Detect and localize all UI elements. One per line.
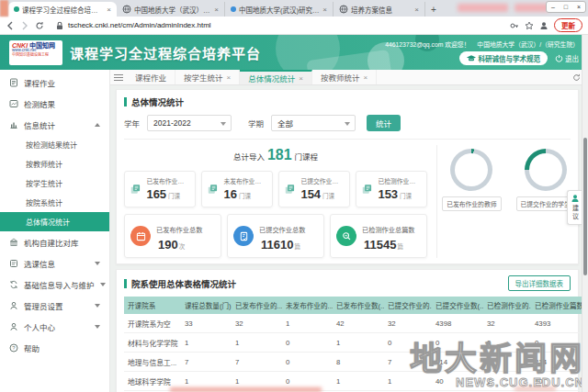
sidebar-item-check-results[interactable]: 检测结果 (0, 93, 109, 114)
stat-card-label: 已发布作业总数 (156, 226, 202, 234)
tab-close-icon[interactable]: × (227, 73, 232, 82)
window-controls: – □ × (546, 1, 586, 13)
sidebar-item-statistics[interactable]: 信息统计 (0, 114, 109, 135)
sidebar-subitem-overall-stats[interactable]: 总体情况统计 (0, 212, 109, 231)
profile-avatar-icon[interactable] (539, 21, 548, 30)
tab-close-icon[interactable]: × (107, 6, 111, 14)
cell: 7 (384, 353, 432, 372)
logout-button[interactable]: 退出 (555, 53, 579, 63)
sidebar-item-base-info-import[interactable]: 基础信息导入与维护 (0, 274, 109, 295)
stat-card-unit: 门课 (400, 193, 412, 199)
minimize-button[interactable]: – (551, 4, 555, 10)
page-scrollbar[interactable] (582, 35, 588, 392)
column-header: 课程总数量(门) (181, 297, 232, 314)
sidebar-subitem-by-student[interactable]: 按学生统计 (0, 174, 109, 193)
reload-icon[interactable] (35, 21, 44, 30)
stat-card-label: 已提交作业总数 (259, 226, 305, 234)
sidebar-item-admin-settings[interactable]: 管理员设置 (0, 295, 109, 316)
column-header: 开课院系 (124, 297, 181, 314)
export-detail-button[interactable]: 导出详细数据表 (508, 275, 571, 291)
tab-favicon (231, 6, 236, 12)
browser-tab-title: 课程学习全过程综合培养平台 (22, 5, 104, 15)
cell: 214 (531, 353, 588, 372)
help-icon: ? (9, 343, 18, 353)
cell: 40 (432, 372, 483, 391)
column-header: 未发布作业的... (282, 297, 333, 314)
year-select-value: 2021-2022 (153, 118, 191, 128)
year-select[interactable]: 2021-2022 (147, 115, 232, 131)
year-label: 学年 (124, 118, 140, 129)
sidebar-item-label: 检测结果 (24, 98, 55, 109)
feedback-widget[interactable]: 建议 (567, 190, 582, 225)
sidebar-item-course-homework[interactable]: 课程作业 (0, 72, 109, 93)
power-icon (555, 54, 563, 62)
key-icon[interactable] (510, 21, 519, 30)
tab-close-icon[interactable]: × (363, 73, 368, 82)
integrity-button[interactable]: 科研诚信与学术规范 (459, 51, 548, 65)
stat-card-unit: 篇 (397, 243, 403, 250)
cell-dept: 地理与信息工... (124, 353, 181, 372)
cell: 214 (432, 353, 483, 372)
back-icon[interactable] (6, 21, 15, 30)
cell: 33 (181, 314, 232, 333)
forward-icon[interactable] (20, 21, 29, 30)
admin-user-icon (9, 301, 18, 310)
donut-charts-section: 已发布作业的教师 已提交作业的学生 (436, 145, 571, 258)
cell: 1 (384, 372, 432, 391)
workspace-tab-by-teacher[interactable]: 按教师统计× (312, 70, 377, 84)
new-tab-button[interactable]: + (425, 2, 442, 17)
tab-close-icon[interactable]: × (299, 74, 303, 83)
sidebar-subitem-label: 按教师统计 (26, 159, 62, 169)
sidebar-item-compare-library[interactable]: 机构自建比对库 (0, 231, 109, 252)
cell: 1 (282, 314, 333, 333)
cell: 0 (432, 333, 483, 353)
tab-close-icon[interactable]: × (322, 6, 327, 14)
url-field[interactable]: tscheck.cnki.net/cm/Admin/adminIndex.htm… (50, 19, 504, 32)
chrome-update-button[interactable]: 更新 (554, 18, 582, 32)
redaction-blur (170, 387, 322, 392)
cell: 32 (384, 314, 432, 333)
workspace-tab-course-homework[interactable]: 课程作业 (127, 70, 175, 84)
stat-card-value: 190 (158, 238, 178, 252)
browser-tab-platform[interactable]: 课程学习全过程综合培养平台 × (8, 2, 117, 17)
maximize-button[interactable]: □ (564, 4, 568, 10)
sidebar-subitem-by-department[interactable]: 按院系统计 (0, 193, 109, 212)
sidebar-subitem-by-check-result[interactable]: 按检测结果统计 (0, 135, 109, 154)
term-select[interactable]: 全部 (271, 115, 356, 131)
collapse-sidebar-icon[interactable] (110, 70, 127, 84)
tab-close-icon[interactable]: × (414, 6, 419, 14)
workspace-tab-overall-stats[interactable]: 总体情况统计× (240, 70, 312, 84)
cell: 0 (384, 333, 432, 353)
cell: 4393 (531, 314, 588, 333)
cnki-logo: CNKI 中国知网 www.cnki.net 中国知识基础设施工程 (9, 40, 62, 65)
tab-close-icon[interactable]: × (214, 6, 219, 14)
cell: 4398 (432, 314, 483, 333)
cell: 7 (181, 353, 232, 372)
close-window-button[interactable]: × (577, 4, 581, 10)
browser-tab-management[interactable]: 中国地质大学(武汉)研究生管理... × (225, 2, 334, 17)
department-stats-table: 开课院系 课程总数量(门) 已发布作业的... 未发布作业的... 已发布作业数… (124, 297, 588, 392)
sidebar-item-personal-center[interactable]: 个人中心 (0, 316, 109, 337)
column-header: 已检测作业的... (483, 297, 531, 314)
table-title: 院系使用总体表格情况统计 (124, 277, 236, 290)
donut-label: 已发布作业的教师 (442, 196, 501, 211)
sidebar-item-course-selection[interactable]: 选课信息 (0, 252, 109, 274)
sidebar-item-label: 帮助 (24, 342, 40, 353)
bookmark-star-icon[interactable] (525, 21, 534, 30)
browser-tab-gradschool[interactable]: 中国地质大学（武汉）研究生院 × (117, 2, 225, 17)
statistics-submit-button[interactable]: 统计 (367, 115, 401, 131)
total-courses-value: 181 (267, 147, 292, 162)
term-label: 学期 (248, 118, 264, 129)
table-row: 材料与化学学院11010000 (124, 333, 588, 353)
sidebar-item-help[interactable]: ? 帮助 (0, 337, 109, 358)
sidebar-subitem-by-teacher[interactable]: 按教师统计 (0, 154, 109, 174)
books-icon (285, 183, 296, 196)
workspace-tab-by-student[interactable]: 按学生统计× (175, 70, 240, 84)
books-icon (362, 183, 373, 196)
browser-tab-plan[interactable]: 培养方案信息 × (334, 2, 425, 17)
magnifier-icon (336, 226, 356, 246)
column-header: 已发布作业数(... (333, 297, 384, 314)
workspace-tab-label: 总体情况统计 (248, 73, 295, 84)
scrollbar-thumb[interactable] (583, 138, 587, 275)
sidebar-item-label: 基础信息导入与维护 (24, 279, 95, 290)
